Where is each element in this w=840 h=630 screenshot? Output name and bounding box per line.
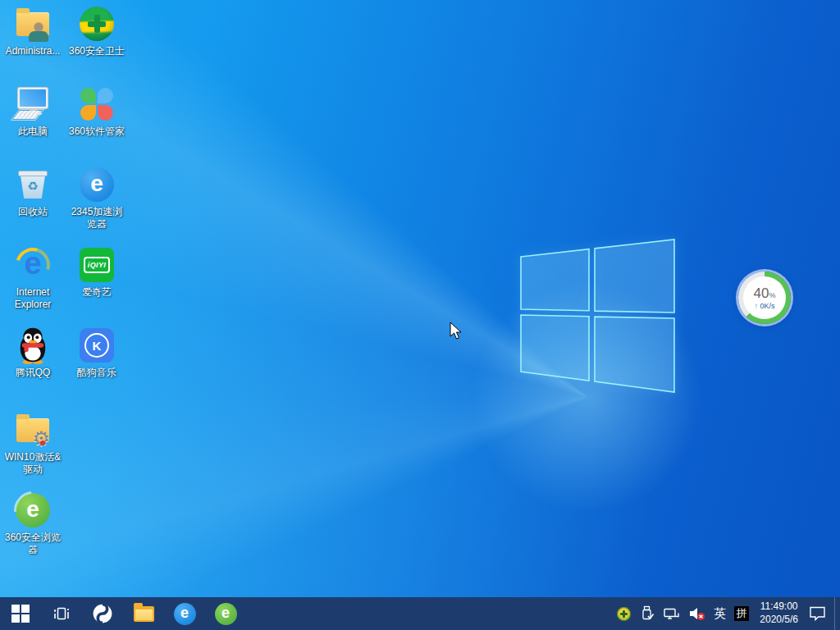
360-shield-icon (80, 7, 114, 41)
desktop-icon-2345-browser[interactable]: e 2345加速浏 览器 (66, 166, 128, 231)
petals-icon (80, 87, 114, 121)
system-tray: 英 拼 11:49:00 2020/5/6 (613, 597, 840, 630)
green-e-icon: e (16, 493, 50, 527)
360-speed-ball-widget[interactable]: 40% ↑ 0K/s (738, 272, 791, 324)
start-button[interactable] (0, 597, 41, 630)
language-indicator[interactable]: 英 (710, 597, 730, 630)
desktop-icon-internet-explorer[interactable]: e Internet Explorer (2, 246, 64, 312)
iqiyi-icon: iQIYI (80, 248, 114, 282)
volume-muted-icon (688, 605, 705, 622)
green-e-icon: e (215, 603, 237, 625)
gear-icon: ⚙ (32, 427, 50, 450)
tray-usb-device[interactable] (635, 597, 659, 630)
desktop-icon-360-safety-guard[interactable]: 360安全卫士 (66, 5, 128, 57)
tray-360-icon[interactable] (613, 597, 635, 630)
mouse-cursor (450, 322, 468, 341)
desktop-icon-tencent-qq[interactable]: 腾讯QQ (2, 326, 64, 379)
360-ball-icon (617, 607, 631, 621)
360-swirl-icon (92, 603, 113, 624)
desktop-icon-this-pc[interactable]: 此电脑 (2, 85, 64, 138)
show-desktop-button[interactable] (835, 597, 840, 630)
user-body-icon (29, 31, 48, 42)
qq-penguin-icon (14, 326, 52, 364)
usb-icon (639, 605, 655, 622)
user-head-icon (34, 23, 43, 31)
task-view-button[interactable] (41, 597, 82, 630)
action-center-icon (809, 605, 827, 622)
task-view-icon (52, 605, 71, 623)
monitor-icon (14, 85, 52, 123)
icon-label: 爱奇艺 (82, 286, 112, 299)
desktop-icon-iqiyi[interactable]: iQIYI 爱奇艺 (66, 246, 128, 299)
icon-label: 回收站 (18, 206, 48, 218)
icon-label: 360安全浏览 器 (5, 532, 61, 557)
blue-e-icon: e (80, 167, 114, 202)
desktop-icon-kugou-music[interactable]: K 酷狗音乐 (66, 326, 128, 379)
ime-indicator[interactable]: 拼 (730, 597, 753, 630)
network-speed: ↑ 0K/s (754, 302, 774, 310)
icon-label: Administra... (6, 45, 61, 57)
icon-label: 360软件管家 (69, 126, 125, 138)
taskbar-file-explorer[interactable] (123, 597, 164, 630)
recycle-bin-icon: ♻ (18, 171, 48, 199)
taskbar-360-secure-browser[interactable]: e (205, 597, 246, 630)
windows-logo-icon (11, 605, 30, 623)
up-arrow-icon: ↑ (754, 302, 758, 310)
taskbar-2345-browser[interactable]: e (164, 597, 205, 630)
ie-icon: e (14, 246, 52, 284)
taskbar: e e (0, 597, 840, 630)
icon-label: 360安全卫士 (69, 45, 125, 57)
kugou-k-icon: K (80, 328, 114, 363)
tray-network[interactable] (659, 597, 684, 630)
speed-ball-face: 40% ↑ 0K/s (743, 276, 786, 319)
blue-e-icon: e (174, 603, 196, 625)
icon-label: 2345加速浏 览器 (71, 206, 123, 231)
taskbar-360-safety-guard[interactable] (82, 597, 123, 630)
desktop-wallpaper: Administra... 360安全卫士 此电脑 360软件管家 ♻ 回收站 … (0, 0, 840, 630)
clock-date: 2020/5/6 (760, 614, 798, 627)
memory-percent: 40% (754, 286, 776, 300)
folder-icon (134, 606, 154, 622)
action-center-button[interactable] (805, 597, 831, 630)
taskbar-buttons: e e (0, 597, 246, 630)
desktop-icon-win10-activation[interactable]: ⚙ WIN10激活& 驱动 (2, 411, 64, 477)
desktop-icon-360-secure-browser[interactable]: e 360安全浏览 器 (2, 491, 64, 557)
desktop-icon-recycle-bin[interactable]: ♻ 回收站 (2, 166, 64, 218)
desktop-icon-administrator[interactable]: Administra... (2, 5, 64, 57)
tray-volume-muted[interactable] (684, 597, 710, 630)
clock-time: 11:49:00 (760, 600, 798, 614)
icon-label: 此电脑 (18, 126, 48, 138)
icon-label: WIN10激活& 驱动 (5, 451, 62, 477)
taskbar-clock[interactable]: 11:49:00 2020/5/6 (753, 597, 805, 630)
icon-label: Internet Explorer (15, 286, 52, 312)
icon-label: 酷狗音乐 (77, 367, 116, 379)
gear-dot (40, 441, 45, 445)
icon-label: 腾讯QQ (16, 367, 51, 379)
network-icon (663, 605, 680, 622)
desktop-icon-360-software-manager[interactable]: 360软件管家 (66, 85, 128, 138)
